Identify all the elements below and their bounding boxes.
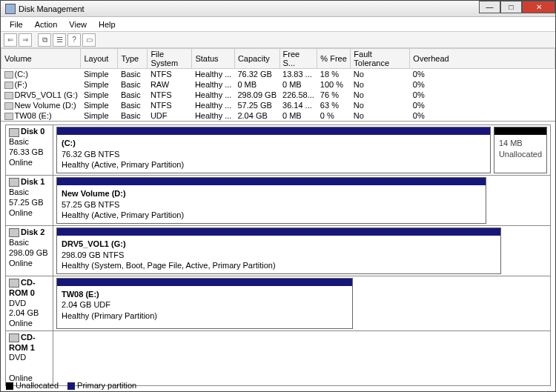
legend-primary: Primary partition [77,381,136,390]
disk-icon [9,279,19,288]
menu-view[interactable]: View [63,19,93,30]
disk-info: Disk 1Basic57.25 GBOnline [6,176,53,225]
col-pctfree[interactable]: % Free [317,49,351,69]
volume-icon [4,71,13,79]
disk-icon [9,333,19,342]
disk-info: Disk 0Basic76.33 GBOnline [6,125,53,175]
legend-swatch-primary [67,382,75,390]
disk-row[interactable]: CD-ROM 0DVD2.04 GBOnlineTW08 (E:)2.04 GB… [5,276,551,330]
disk-row[interactable]: Disk 1Basic57.25 GBOnlineNew Volume (D:)… [5,175,551,225]
properties-button[interactable]: ☰ [53,33,66,47]
disk-row[interactable]: Disk 0Basic76.33 GBOnline (C:)76.32 GB N… [5,124,551,175]
volume-icon [4,113,13,120]
legend: Unallocated Primary partition [6,381,136,390]
partition-primary[interactable]: (C:)76.32 GB NTFSHealthy (Active, Primar… [56,127,491,173]
col-volume[interactable]: Volume [1,49,81,69]
col-fs[interactable]: File System [148,49,192,69]
menubar: File Action View Help [1,17,555,32]
disk-icon [9,128,19,137]
table-row[interactable]: (F:)SimpleBasicRAWHealthy ...0 MB0 MB100… [1,79,555,90]
maximize-button[interactable]: □ [500,1,522,13]
volume-icon [4,102,13,110]
forward-button[interactable]: ⇒ [19,33,32,47]
col-fault[interactable]: Fault Tolerance [351,49,410,69]
legend-swatch-unallocated [6,382,13,390]
window-title: Disk Management [19,4,85,13]
partition-primary[interactable]: New Volume (D:)57.25 GB NTFSHealthy (Act… [56,177,486,224]
back-button[interactable]: ⇐ [4,33,17,47]
disk-icon [9,178,19,187]
disk-icon [9,228,19,237]
disk-row[interactable]: Disk 2Basic298.09 GBOnlineDRV5_VOL1 (G:)… [5,225,551,276]
volume-icon [4,82,13,89]
partition-primary[interactable]: DRV5_VOL1 (G:)298.09 GB NTFSHealthy (Sys… [56,227,501,274]
partition-unallocated[interactable]: 14 MBUnallocated [494,127,547,173]
col-free[interactable]: Free S... [279,49,317,69]
help-button[interactable]: ? [67,33,81,47]
partition-primary[interactable]: TW08 (E:)2.04 GB UDFHealthy (Primary Par… [56,278,353,329]
menu-help[interactable]: Help [93,19,122,30]
col-status[interactable]: Status [192,49,235,69]
col-type[interactable]: Type [118,49,148,69]
extra-button[interactable]: ▭ [82,33,96,47]
col-layout[interactable]: Layout [81,49,118,69]
refresh-button[interactable]: ⧉ [38,33,51,47]
col-capacity[interactable]: Capacity [234,49,279,69]
disk-row[interactable]: CD-ROM 1DVDOnline [5,330,551,386]
legend-unallocated: Unallocated [16,381,59,390]
disk-info: CD-ROM 0DVD2.04 GBOnline [6,276,53,330]
volume-icon [4,92,13,99]
minimize-button[interactable]: — [479,1,500,13]
graphical-view[interactable]: Disk 0Basic76.33 GBOnline (C:)76.32 GB N… [1,122,555,388]
table-row[interactable]: DRV5_VOL1 (G:)SimpleBasicNTFSHealthy ...… [1,90,555,100]
close-button[interactable]: ✕ [522,1,555,13]
table-row[interactable]: New Volume (D:)SimpleBasicNTFSHealthy ..… [1,100,555,110]
table-row[interactable]: (C:)SimpleBasicNTFSHealthy ...76.32 GB13… [1,69,555,80]
column-headers[interactable]: Volume Layout Type File System Status Ca… [1,49,555,69]
titlebar[interactable]: Disk Management — □ ✕ [1,1,555,17]
menu-file[interactable]: File [4,19,29,30]
table-row[interactable]: TW08 (E:)SimpleBasicUDFHealthy ...2.04 G… [1,110,555,121]
disk-info: Disk 2Basic298.09 GBOnline [6,226,53,276]
menu-action[interactable]: Action [29,19,64,30]
volume-list[interactable]: Volume Layout Type File System Status Ca… [1,48,555,122]
toolbar: ⇐ ⇒ ⧉ ☰ ? ▭ [1,32,555,48]
col-overhead[interactable]: Overhead [410,49,555,69]
disk-info: CD-ROM 1DVDOnline [6,331,53,385]
app-icon [5,4,16,14]
